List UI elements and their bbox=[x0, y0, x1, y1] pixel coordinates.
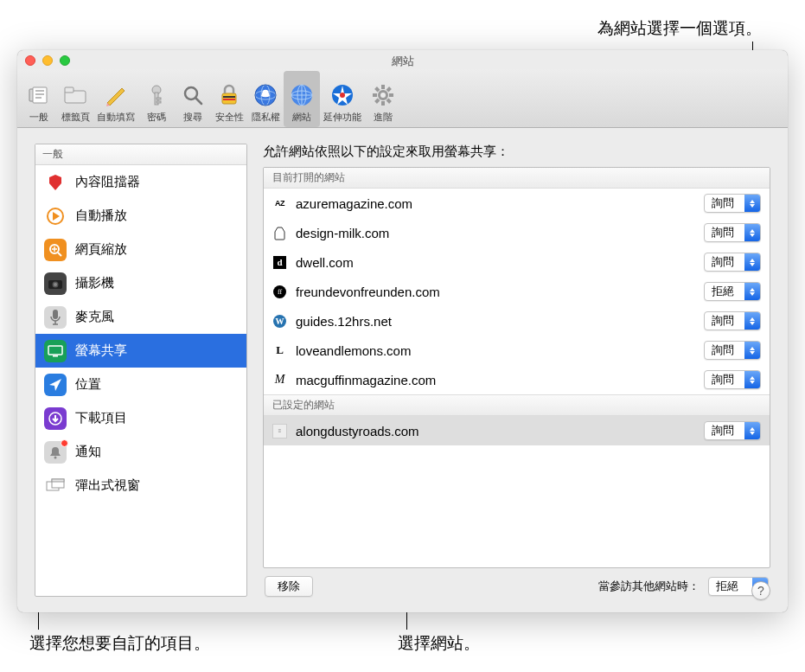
sidebar-item-location[interactable]: 位置 bbox=[35, 368, 246, 401]
popup-windows-icon bbox=[44, 475, 67, 497]
sidebar-item-label: 麥克風 bbox=[75, 309, 114, 325]
svg-line-36 bbox=[387, 88, 391, 92]
section-header-open: 目前打開的網站 bbox=[264, 168, 770, 189]
site-option-select[interactable]: 詢問 bbox=[704, 341, 761, 360]
toolbar-advanced[interactable]: 進階 bbox=[365, 71, 401, 127]
toolbar-tabs[interactable]: 標籤頁 bbox=[57, 71, 93, 127]
svg-rect-48 bbox=[53, 310, 58, 319]
sidebar-item-content-blocker[interactable]: 內容阻擋器 bbox=[35, 165, 246, 199]
chevron-updown-icon bbox=[744, 422, 760, 439]
notifications-icon bbox=[44, 441, 67, 464]
search-icon bbox=[179, 81, 207, 109]
site-option-select[interactable]: 詢問 bbox=[704, 194, 761, 213]
popup-value: 詢問 bbox=[712, 342, 734, 358]
site-row[interactable]: fffreundevonfreunden.com拒絕 bbox=[264, 277, 770, 306]
window-controls bbox=[25, 55, 70, 66]
site-domain: design-milk.com bbox=[296, 226, 695, 240]
website-list: 目前打開的網站AZazuremagazine.com詢問design-milk.… bbox=[263, 167, 770, 568]
zoom-button[interactable] bbox=[60, 55, 70, 66]
sidebar-item-popup-windows[interactable]: 彈出式視窗 bbox=[35, 469, 246, 502]
svg-rect-9 bbox=[157, 98, 161, 99]
site-row[interactable]: Mmacguffinmagazine.com詢問 bbox=[264, 365, 770, 394]
chevron-updown-icon bbox=[744, 253, 760, 271]
site-row[interactable]: Lloveandlemons.com詢問 bbox=[264, 336, 770, 365]
callout-bottom-left: 選擇您想要自訂的項目。 bbox=[29, 632, 210, 655]
site-domain: macguffinmagazine.com bbox=[296, 373, 695, 387]
sidebar-item-screen-share[interactable]: 螢幕共享 bbox=[35, 334, 246, 368]
sidebar-item-microphone[interactable]: 麥克風 bbox=[35, 300, 246, 334]
site-option-select[interactable]: 詢問 bbox=[704, 223, 761, 242]
screen-share-icon bbox=[44, 340, 67, 362]
toolbar-label: 自動填寫 bbox=[97, 111, 135, 124]
svg-point-47 bbox=[54, 283, 57, 286]
svg-rect-10 bbox=[157, 101, 161, 103]
site-option-select[interactable]: 詢問 bbox=[704, 253, 761, 272]
chevron-updown-icon bbox=[744, 371, 760, 388]
toolbar-label: 網站 bbox=[292, 111, 311, 124]
site-row[interactable]: Wguides.12hrs.net詢問 bbox=[264, 306, 770, 336]
toolbar-label: 安全性 bbox=[215, 111, 244, 124]
sidebar-item-label: 網頁縮放 bbox=[75, 241, 127, 258]
svg-rect-3 bbox=[35, 93, 44, 95]
page-zoom-icon bbox=[44, 239, 67, 261]
svg-rect-6 bbox=[65, 87, 73, 93]
site-row[interactable]: AZazuremagazine.com詢問 bbox=[264, 189, 770, 218]
chevron-updown-icon bbox=[744, 312, 760, 330]
sidebar-item-label: 位置 bbox=[75, 376, 101, 393]
popup-value: 詢問 bbox=[712, 254, 734, 270]
websites-icon bbox=[288, 81, 316, 109]
svg-rect-51 bbox=[48, 346, 62, 355]
minimize-button[interactable] bbox=[42, 55, 53, 66]
toolbar-label: 搜尋 bbox=[183, 111, 202, 124]
site-row[interactable]: design-milk.com詢問 bbox=[264, 218, 770, 247]
extensions-icon bbox=[329, 81, 356, 109]
toolbar-privacy[interactable]: 隱私權 bbox=[247, 71, 284, 127]
toolbar-label: 隱私權 bbox=[252, 111, 280, 124]
sidebar-item-camera[interactable]: 攝影機 bbox=[35, 266, 246, 300]
favicon-icon: ≡ bbox=[272, 424, 287, 438]
sidebar-item-downloads[interactable]: 下載項目 bbox=[35, 401, 246, 435]
remove-button[interactable]: 移除 bbox=[265, 576, 313, 597]
popup-value: 詢問 bbox=[712, 372, 734, 387]
chevron-updown-icon bbox=[744, 342, 760, 359]
sidebar-item-label: 下載項目 bbox=[75, 410, 127, 426]
callout-top: 為網站選擇一個選項。 bbox=[597, 17, 762, 40]
svg-line-42 bbox=[58, 253, 61, 256]
content-area: 一般 內容阻擋器自動播放網頁縮放攝影機麥克風螢幕共享位置下載項目通知彈出式視窗 … bbox=[17, 128, 788, 612]
sidebar-item-notifications[interactable]: 通知 bbox=[35, 435, 246, 469]
camera-icon bbox=[44, 272, 67, 295]
toolbar-websites[interactable]: 網站 bbox=[284, 71, 320, 127]
main-title: 允許網站依照以下的設定來取用螢幕共享： bbox=[263, 144, 770, 160]
svg-rect-59 bbox=[52, 479, 64, 482]
downloads-icon bbox=[44, 407, 67, 430]
bottom-bar: 移除 當參訪其他網站時： 拒絕 bbox=[263, 568, 770, 597]
toolbar-extensions[interactable]: 延伸功能 bbox=[320, 71, 365, 127]
site-domain: alongdustyroads.com bbox=[296, 424, 695, 438]
other-sites-value: 拒絕 bbox=[716, 579, 738, 594]
badge-dot bbox=[61, 439, 68, 447]
privacy-icon bbox=[252, 81, 279, 109]
sidebar-item-page-zoom[interactable]: 網頁縮放 bbox=[35, 233, 246, 266]
titlebar: 網站 bbox=[17, 50, 788, 69]
svg-marker-40 bbox=[53, 212, 60, 221]
close-button[interactable] bbox=[25, 55, 35, 66]
toolbar-autofill[interactable]: 自動填寫 bbox=[93, 71, 138, 127]
site-row[interactable]: ≡alongdustyroads.com詢問 bbox=[264, 416, 770, 445]
toolbar-passwords[interactable]: 密碼 bbox=[138, 71, 175, 127]
sidebar-item-autoplay[interactable]: 自動播放 bbox=[35, 199, 246, 233]
help-button[interactable]: ? bbox=[751, 581, 770, 600]
favicon-icon: AZ bbox=[272, 196, 287, 211]
site-row[interactable]: ddwell.com詢問 bbox=[264, 247, 770, 277]
svg-line-34 bbox=[376, 88, 380, 92]
favicon-icon bbox=[272, 226, 287, 240]
site-option-select[interactable]: 詢問 bbox=[704, 421, 761, 440]
site-option-select[interactable]: 拒絕 bbox=[704, 282, 761, 301]
favicon-icon: L bbox=[272, 343, 287, 358]
site-option-select[interactable]: 詢問 bbox=[704, 311, 761, 330]
favicon-icon: M bbox=[272, 373, 287, 387]
toolbar-general[interactable]: 一般 bbox=[21, 71, 57, 127]
site-option-select[interactable]: 詢問 bbox=[704, 370, 761, 389]
toolbar-security[interactable]: 安全性 bbox=[211, 71, 247, 127]
toolbar-search[interactable]: 搜尋 bbox=[175, 71, 211, 127]
section-header-configured: 已設定的網站 bbox=[264, 394, 770, 416]
